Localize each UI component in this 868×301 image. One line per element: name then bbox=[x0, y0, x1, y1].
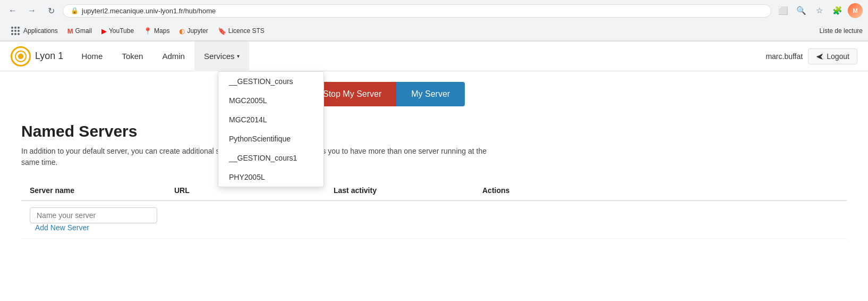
jh-brand: Lyon 1 bbox=[35, 51, 63, 62]
service-item-mgc2005[interactable]: MGC2005L bbox=[218, 91, 324, 110]
bookmark-youtube-label: YouTube bbox=[109, 27, 134, 35]
add-server-activity-cell bbox=[325, 200, 474, 239]
logout-label: Logout bbox=[827, 52, 849, 61]
address-bar[interactable]: 🔒 jupyterl2.mecanique.univ-lyon1.fr/hub/… bbox=[63, 4, 771, 18]
col-header-name: Server name bbox=[21, 181, 166, 200]
star-icon[interactable]: ☆ bbox=[812, 3, 827, 18]
bookmark-maps[interactable]: 📍 Maps bbox=[139, 26, 174, 37]
youtube-icon: ▶ bbox=[101, 27, 107, 35]
lock-icon: 🔒 bbox=[71, 7, 79, 14]
nav-services-label: Services bbox=[204, 52, 235, 61]
col-header-actions: Actions bbox=[474, 181, 847, 200]
nav-admin[interactable]: Admin bbox=[152, 41, 194, 71]
nav-services[interactable]: Services ▾ bbox=[194, 41, 249, 71]
service-item-mgc2014[interactable]: MGC2014L bbox=[218, 110, 324, 129]
maps-icon: 📍 bbox=[143, 27, 152, 35]
back-button[interactable]: ← bbox=[5, 3, 20, 18]
col-header-activity: Last activity bbox=[325, 181, 474, 200]
logout-button[interactable]: ⮞ Logout bbox=[808, 48, 857, 64]
logout-arrow-icon: ⮞ bbox=[816, 52, 823, 61]
gmail-icon: M bbox=[67, 27, 73, 35]
add-server-url-cell bbox=[166, 200, 325, 239]
my-server-button[interactable]: My Server bbox=[396, 82, 465, 106]
named-servers-title: Named Servers bbox=[21, 122, 847, 140]
bookmark-licence-label: Licence STS bbox=[228, 27, 265, 35]
bookmark-gmail[interactable]: M Gmail bbox=[63, 26, 96, 37]
service-item-gestion1[interactable]: __GESTION_cours bbox=[218, 72, 324, 91]
servers-table: Server name URL Last activity Actions Ad… bbox=[21, 181, 847, 239]
bookmark-jupyter[interactable]: ◐ Jupyter bbox=[175, 26, 212, 37]
apps-grid-icon bbox=[10, 25, 21, 37]
page-content: Lyon 1 Home Token Admin Services ▾ marc.… bbox=[0, 41, 868, 297]
refresh-button[interactable]: ↻ bbox=[44, 3, 58, 18]
services-dropdown: __GESTION_cours MGC2005L MGC2014L Python… bbox=[218, 71, 324, 187]
jupyter-icon: ◐ bbox=[179, 27, 185, 35]
jh-right: marc.buffat ⮞ Logout bbox=[765, 48, 857, 64]
bookmark-licence[interactable]: 🔖 Licence STS bbox=[214, 26, 269, 37]
profile-avatar[interactable]: M bbox=[848, 3, 863, 18]
extensions-icon[interactable]: 🧩 bbox=[830, 3, 845, 18]
service-item-gestion2[interactable]: __GESTION_cours1 bbox=[218, 148, 324, 168]
bookmarks-bar: Applications M Gmail ▶ YouTube 📍 Maps ◐ … bbox=[0, 21, 868, 41]
nav-home[interactable]: Home bbox=[72, 41, 112, 71]
bookmark-jupyter-label: Jupyter bbox=[187, 27, 208, 35]
server-actions: Stop My Server My Server bbox=[308, 82, 847, 106]
bookmark-apps-label: Applications bbox=[23, 27, 58, 35]
jh-nav-links: Home Token Admin Services ▾ bbox=[72, 41, 765, 71]
url-text: jupyterl2.mecanique.univ-lyon1.fr/hub/ho… bbox=[82, 7, 216, 15]
jh-logo: Lyon 1 bbox=[11, 46, 63, 66]
jh-logo-inner bbox=[15, 51, 27, 62]
reading-list-label: Liste de lecture bbox=[820, 27, 863, 35]
add-server-cell: Add New Server bbox=[21, 200, 166, 239]
server-name-input[interactable] bbox=[30, 207, 157, 223]
jh-logo-circle bbox=[11, 46, 31, 66]
add-server-actions-cell bbox=[474, 200, 847, 239]
bookmark-gmail-label: Gmail bbox=[75, 27, 92, 35]
add-new-server-link[interactable]: Add New Server bbox=[35, 223, 89, 232]
service-item-python[interactable]: PythonScientifique bbox=[218, 129, 324, 148]
browser-toolbar: ← → ↻ 🔒 jupyterl2.mecanique.univ-lyon1.f… bbox=[0, 0, 868, 21]
jh-username: marc.buffat bbox=[765, 52, 803, 61]
table-row-add: Add New Server bbox=[21, 200, 847, 239]
services-dropdown-arrow: ▾ bbox=[237, 53, 240, 59]
table-header: Server name URL Last activity Actions bbox=[21, 181, 847, 200]
jh-navbar: Lyon 1 Home Token Admin Services ▾ marc.… bbox=[0, 41, 868, 71]
screenshot-icon[interactable]: ⬜ bbox=[776, 3, 790, 18]
bookmark-youtube[interactable]: ▶ YouTube bbox=[97, 26, 138, 37]
licence-icon: 🔖 bbox=[218, 27, 226, 35]
table-body: Add New Server bbox=[21, 200, 847, 239]
browser-chrome: ← → ↻ 🔒 jupyterl2.mecanique.univ-lyon1.f… bbox=[0, 0, 868, 41]
forward-button[interactable]: → bbox=[24, 3, 39, 18]
bookmark-apps[interactable]: Applications bbox=[5, 23, 62, 38]
bookmark-maps-label: Maps bbox=[154, 27, 169, 35]
jh-main: Stop My Server My Server Named Servers I… bbox=[0, 71, 868, 249]
browser-toolbar-right: ⬜ 🔍 ☆ 🧩 M bbox=[776, 3, 863, 18]
nav-token[interactable]: Token bbox=[112, 41, 152, 71]
service-item-phy2005[interactable]: PHY2005L bbox=[218, 168, 324, 187]
zoom-icon[interactable]: 🔍 bbox=[794, 3, 809, 18]
